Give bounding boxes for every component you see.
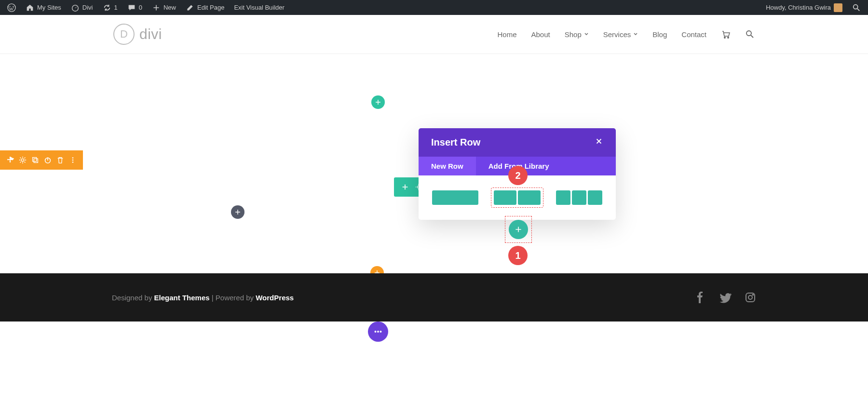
close-icon[interactable]	[595, 137, 603, 148]
col-block	[572, 190, 586, 205]
nav-contact[interactable]: Contact	[681, 30, 706, 39]
svg-point-19	[380, 331, 382, 333]
svg-point-5	[746, 31, 751, 36]
exit-vb-item[interactable]: Exit Visual Builder	[231, 0, 288, 15]
col-block	[518, 190, 541, 205]
nav-blog[interactable]: Blog	[652, 30, 667, 39]
add-row-highlight	[505, 216, 531, 242]
edit-page-item[interactable]: Edit Page	[182, 0, 228, 15]
add-row-button[interactable]	[509, 220, 528, 239]
cart-icon[interactable]	[721, 29, 731, 39]
comments-item[interactable]: 0	[124, 0, 146, 15]
logo[interactable]: D divi	[113, 24, 162, 45]
admin-search[interactable]	[849, 0, 864, 15]
howdy-item[interactable]: Howdy, Christina Gwira	[762, 0, 846, 15]
insert-row-title: Insert Row	[431, 137, 480, 148]
admin-left: My Sites Divi 1 0 New	[4, 0, 288, 15]
more-icon[interactable]	[68, 155, 78, 165]
nav-services[interactable]: Services	[603, 30, 638, 39]
site-name-item[interactable]: Divi	[68, 0, 96, 15]
footer-designed: Designed by	[112, 294, 154, 302]
svg-point-18	[377, 331, 379, 333]
col-block	[588, 190, 602, 205]
tab-new-row[interactable]: New Row	[419, 157, 476, 175]
svg-rect-8	[34, 159, 38, 162]
updates-item[interactable]: 1	[99, 0, 121, 15]
my-sites-item[interactable]: My Sites	[22, 0, 65, 15]
site-name-label: Divi	[82, 4, 93, 11]
logo-mark: D	[113, 24, 135, 45]
nav-services-label: Services	[603, 30, 631, 39]
svg-point-0	[8, 3, 15, 11]
insert-row-header: Insert Row	[419, 128, 616, 157]
pencil-icon	[186, 3, 194, 12]
new-label: New	[163, 4, 176, 11]
footer-sep: | Powered by	[210, 294, 256, 302]
nav-shop-label: Shop	[565, 30, 582, 39]
site-search-icon[interactable]	[745, 29, 755, 39]
col-block	[432, 190, 478, 205]
add-section-button[interactable]	[371, 95, 385, 109]
svg-point-15	[748, 295, 752, 299]
wordpress-icon	[7, 3, 16, 12]
footer-elegant[interactable]: Elegant Themes	[154, 294, 210, 302]
updates-count: 1	[114, 4, 118, 11]
footer-credit: Designed by Elegant Themes | Powered by …	[112, 294, 294, 302]
edit-page-label: Edit Page	[197, 4, 224, 11]
svg-point-10	[72, 157, 74, 159]
layout-1col[interactable]	[430, 188, 481, 207]
my-sites-label: My Sites	[37, 4, 61, 11]
twitter-icon[interactable]	[719, 292, 731, 303]
site-footer: Designed by Elegant Themes | Powered by …	[0, 273, 868, 322]
new-item[interactable]: New	[149, 0, 179, 15]
section-toolbar	[0, 150, 83, 170]
logo-letter: D	[120, 28, 128, 40]
howdy-label: Howdy, Christina Gwira	[766, 4, 831, 11]
site-header: D divi Home About Shop Services Blog Con…	[0, 15, 868, 54]
admin-right: Howdy, Christina Gwira	[762, 0, 864, 15]
col-block	[556, 190, 570, 205]
svg-point-11	[72, 160, 74, 161]
comments-count: 0	[139, 4, 142, 11]
logo-text: divi	[139, 26, 162, 42]
wp-logo-item[interactable]	[4, 0, 19, 15]
trash-icon[interactable]	[55, 155, 66, 165]
comment-icon	[127, 3, 136, 12]
facebook-icon[interactable]	[694, 292, 706, 303]
layout-3col[interactable]	[554, 188, 605, 207]
exit-vb-label: Exit Visual Builder	[234, 4, 285, 11]
svg-point-12	[72, 161, 74, 163]
gear-icon[interactable]	[17, 155, 28, 165]
plus-icon	[375, 99, 381, 106]
plus-icon	[234, 209, 241, 215]
add-module-button[interactable]	[231, 205, 244, 219]
plus-icon	[515, 226, 522, 233]
svg-point-16	[753, 295, 754, 295]
ellipsis-icon	[373, 326, 383, 337]
plus-icon	[152, 3, 161, 12]
svg-point-3	[724, 37, 725, 38]
svg-rect-7	[33, 158, 37, 161]
svg-point-6	[21, 159, 24, 161]
footer-wp[interactable]: WordPress	[256, 294, 294, 302]
chevron-down-icon	[633, 32, 638, 37]
builder-menu-button[interactable]	[368, 322, 388, 342]
search-icon	[852, 3, 861, 12]
instagram-icon[interactable]	[745, 292, 756, 303]
nav-shop[interactable]: Shop	[565, 30, 589, 39]
svg-point-2	[854, 4, 858, 9]
col-block	[494, 190, 516, 205]
house-icon	[26, 3, 34, 12]
move-icon[interactable]	[400, 182, 410, 192]
move-icon[interactable]	[5, 155, 15, 165]
nav-about[interactable]: About	[531, 30, 550, 39]
power-icon[interactable]	[42, 155, 53, 165]
wp-admin-bar: My Sites Divi 1 0 New	[0, 0, 868, 15]
duplicate-icon[interactable]	[30, 155, 41, 165]
chevron-down-icon	[584, 32, 589, 37]
nav-home[interactable]: Home	[497, 30, 516, 39]
svg-point-1	[72, 5, 79, 11]
layout-2col[interactable]	[491, 188, 543, 207]
marker-2: 2	[508, 166, 528, 185]
gauge-icon	[71, 3, 80, 12]
